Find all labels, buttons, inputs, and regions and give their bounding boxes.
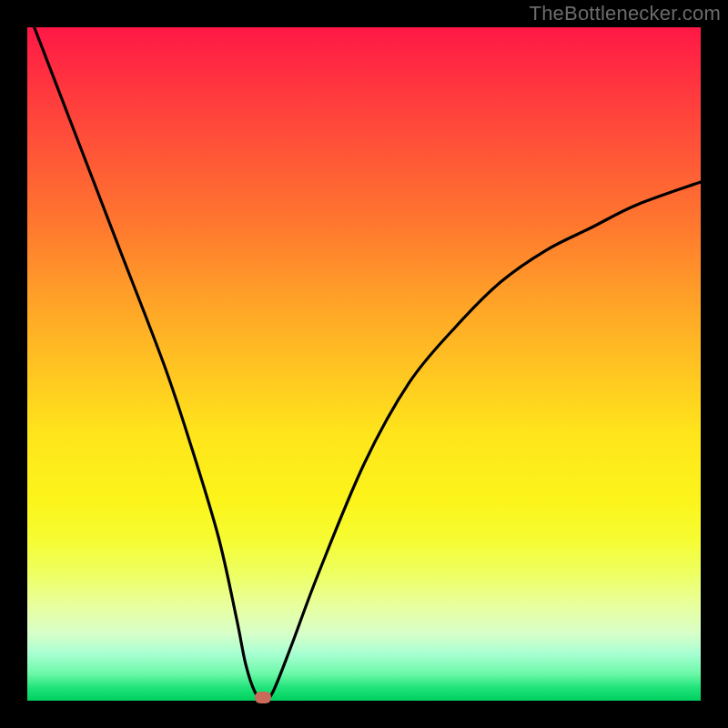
optimal-point-marker <box>255 692 271 703</box>
chart-plot-area <box>27 27 701 701</box>
bottleneck-curve <box>27 27 701 701</box>
attribution-text: TheBottlenecker.com <box>530 2 721 25</box>
chart-curve-svg <box>27 27 701 701</box>
